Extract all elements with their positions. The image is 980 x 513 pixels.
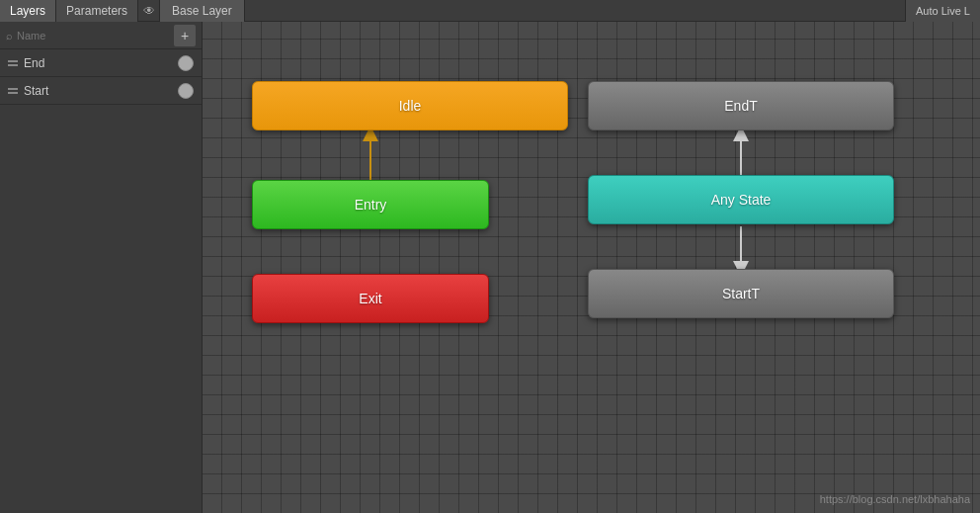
sidebar-item-end[interactable]: End xyxy=(0,49,202,77)
tab-parameters[interactable]: Parameters xyxy=(56,0,138,22)
sidebar-search-bar: ⌕ + xyxy=(0,22,202,49)
canvas: Idle Entry Exit EndT Any State StartT ht… xyxy=(203,22,980,513)
tab-parameters-label: Parameters xyxy=(66,4,127,18)
node-anystate[interactable]: Any State xyxy=(588,175,894,224)
watermark: https://blog.csdn.net/lxbhahaha xyxy=(820,493,970,505)
eye-icon[interactable]: 👁 xyxy=(138,0,160,22)
tab-layers[interactable]: Layers xyxy=(0,0,56,22)
sidebar-item-start[interactable]: Start xyxy=(0,77,202,105)
search-input[interactable] xyxy=(17,30,168,42)
node-exit[interactable]: Exit xyxy=(252,274,489,323)
sidebar-item-start-label: Start xyxy=(24,84,172,98)
base-layer-tab[interactable]: Base Layer xyxy=(160,0,245,22)
toggle-start[interactable] xyxy=(178,83,194,99)
tab-layers-label: Layers xyxy=(10,4,45,18)
search-icon: ⌕ xyxy=(6,30,13,42)
drag-handle-start xyxy=(8,88,18,94)
drag-handle-end xyxy=(8,60,18,66)
add-button[interactable]: + xyxy=(174,25,196,46)
sidebar-item-end-label: End xyxy=(24,56,172,70)
node-entry[interactable]: Entry xyxy=(252,180,489,229)
node-startt[interactable]: StartT xyxy=(588,269,894,318)
node-endt[interactable]: EndT xyxy=(588,81,894,130)
toggle-end[interactable] xyxy=(178,55,194,71)
node-idle[interactable]: Idle xyxy=(252,81,568,130)
sidebar: ⌕ + End Start xyxy=(0,22,203,513)
auto-live-label: Auto Live L xyxy=(905,0,980,22)
base-layer-label: Base Layer xyxy=(172,4,232,18)
main-layout: ⌕ + End Start xyxy=(0,22,980,513)
header: Layers Parameters 👁 Base Layer Auto Live… xyxy=(0,0,980,22)
